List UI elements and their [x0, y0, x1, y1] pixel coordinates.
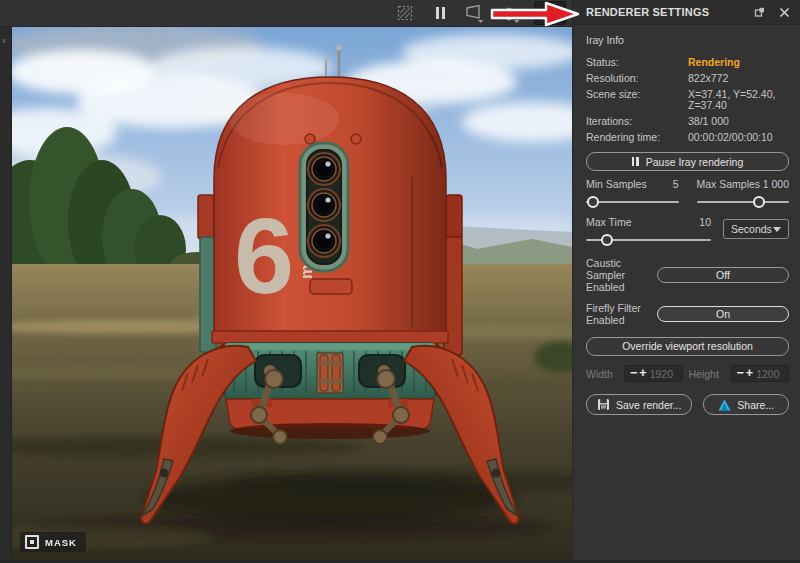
width-value: 1920 — [650, 368, 673, 380]
iterations-row: Iterations: 38/1 000 — [586, 116, 789, 127]
robot-lenses — [308, 153, 340, 257]
share-icon — [718, 399, 731, 411]
firefly-filter-row: Firefly Filter Enabled On — [586, 302, 789, 326]
annotation-arrow — [489, 1, 581, 27]
robot-shadow — [145, 475, 515, 523]
save-render-button[interactable]: Save render... — [586, 394, 692, 415]
time-unit-dropdown[interactable]: Seconds — [723, 219, 789, 239]
panel-header: RENDERER SETTINGS — [573, 0, 800, 25]
status-badge: Rendering — [688, 57, 740, 68]
iray-info-heading: Iray Info — [586, 34, 789, 46]
max-samples-label: Max Samples — [697, 178, 761, 190]
chevron-down-icon — [773, 227, 781, 232]
pause-render-icon[interactable] — [429, 2, 451, 24]
override-resolution-button[interactable]: Override viewport resolution — [586, 337, 789, 356]
aspect-frame-icon[interactable] — [394, 2, 416, 24]
mask-label: MASK — [45, 537, 77, 548]
undock-panel-icon[interactable] — [754, 7, 765, 18]
height-increment-button[interactable]: + — [745, 367, 754, 380]
renderer-settings-panel: RENDERER SETTINGS Iray Info Status: Rend… — [572, 0, 800, 563]
min-samples-label: Min Samples — [586, 178, 647, 190]
width-label: Width — [586, 368, 618, 380]
status-row: Status: Rendering — [586, 57, 789, 68]
height-value: 1200 — [756, 368, 779, 380]
max-samples-value: 1 000 — [763, 178, 789, 190]
left-pane-divider[interactable]: v — [0, 27, 12, 563]
caustic-sampler-row: Caustic Sampler Enabled Off — [586, 257, 789, 293]
mask-checkbox-icon — [25, 535, 39, 549]
max-samples-slider-thumb[interactable] — [753, 196, 765, 208]
min-samples-value: 5 — [673, 178, 679, 190]
pause-iray-button[interactable]: Pause Iray rendering — [586, 152, 789, 171]
max-samples-slider[interactable] — [697, 195, 790, 210]
panel-title: RENDERER SETTINGS — [586, 6, 740, 18]
height-stepper: − + 1200 — [731, 365, 790, 382]
max-time-label: Max Time — [586, 216, 632, 228]
height-decrement-button[interactable]: − — [736, 367, 745, 380]
share-button[interactable]: Share... — [703, 394, 789, 415]
width-increment-button[interactable]: + — [638, 367, 647, 380]
min-samples-slider[interactable] — [586, 195, 679, 210]
perspective-view-icon[interactable] — [464, 2, 486, 24]
min-samples-slider-thumb[interactable] — [587, 196, 599, 208]
rendered-scene: 6 monogoto — [12, 27, 572, 563]
max-time-value: 10 — [699, 216, 711, 228]
pause-icon — [632, 157, 639, 166]
max-time-slider[interactable] — [586, 233, 711, 248]
pane-collapse-handle[interactable]: v — [2, 37, 6, 44]
width-stepper: − + 1920 — [624, 365, 683, 382]
height-label: Height — [689, 368, 725, 380]
render-viewport[interactable]: 6 monogoto — [12, 27, 572, 563]
firefly-filter-toggle[interactable]: On — [657, 306, 789, 322]
max-time-slider-thumb[interactable] — [601, 234, 613, 246]
scene-size-row: Scene size: X=37.41, Y=52.40, Z=37.40 — [586, 89, 789, 111]
width-decrement-button[interactable]: − — [629, 367, 638, 380]
caustic-sampler-toggle[interactable]: Off — [657, 267, 789, 283]
viewport-toolbar — [0, 0, 572, 27]
robot-number: 6 — [234, 195, 294, 316]
close-panel-icon[interactable] — [779, 7, 790, 18]
rendering-time-row: Rendering time: 00:00:02/00:00:10 — [586, 132, 789, 143]
save-icon — [597, 398, 610, 411]
mask-toggle[interactable]: MASK — [20, 532, 86, 552]
resolution-row: Resolution: 822x772 — [586, 73, 789, 84]
